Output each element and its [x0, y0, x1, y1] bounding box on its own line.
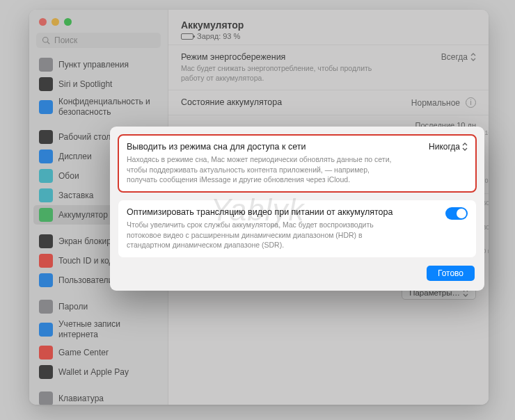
video-title: Оптимизировать трансляцию видео при пита… [127, 207, 398, 217]
option-wake-for-network: Выводить из режима сна для доступа к сет… [118, 135, 476, 192]
wake-desc: Находясь в режиме сна, Mac может периоди… [127, 154, 398, 185]
video-desc: Чтобы увеличить срок службы аккумулятора… [127, 220, 398, 250]
wake-title: Выводить из режима сна для доступа к сет… [127, 142, 398, 152]
option-optimize-video: Оптимизировать трансляцию видео при пита… [118, 200, 476, 257]
done-button[interactable]: Готово [427, 266, 475, 281]
wake-select[interactable]: Никогда [429, 142, 468, 152]
video-toggle[interactable] [445, 207, 468, 220]
chevron-updown-icon [462, 143, 468, 151]
options-dialog: Выводить из режима сна для доступа к сет… [110, 127, 484, 291]
